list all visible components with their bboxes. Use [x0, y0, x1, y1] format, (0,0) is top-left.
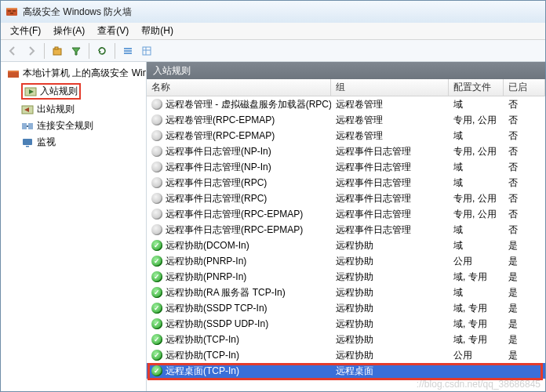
- rule-status-icon: [151, 177, 162, 188]
- rule-profile: 域: [449, 129, 504, 143]
- rule-profile: 专用, 公用: [449, 114, 504, 127]
- rule-name: 远程事件日志管理(NP-In): [166, 145, 271, 158]
- rule-profile: 域, 专用: [449, 318, 504, 331]
- details-view-button[interactable]: [138, 42, 155, 60]
- col-enabled[interactable]: 已启: [504, 79, 545, 96]
- rule-group: 远程协助: [331, 333, 449, 347]
- toolbar-separator: [115, 43, 115, 59]
- window-title: 高级安全 Windows 防火墙: [23, 5, 132, 19]
- table-row[interactable]: 远程协助(SSDP TCP-In)远程协助域, 专用是: [147, 300, 545, 316]
- rule-name: 远程协助(SSDP UDP-In): [166, 318, 268, 331]
- rule-enabled: 是: [504, 333, 545, 347]
- table-row[interactable]: 远程事件日志管理(RPC)远程事件日志管理专用, 公用否: [147, 191, 545, 206]
- table-row[interactable]: 远程事件日志管理(RPC-EPMAP)远程事件日志管理域否: [147, 222, 545, 238]
- rule-enabled: 否: [504, 161, 545, 174]
- col-name[interactable]: 名称: [147, 79, 331, 96]
- table-row[interactable]: 远程协助(TCP-In)远程协助公用是: [147, 347, 545, 363]
- svg-rect-24: [23, 139, 32, 145]
- rule-status-icon: [151, 350, 162, 361]
- rule-group: 远程协助: [331, 349, 449, 362]
- menu-view[interactable]: 查看(V): [91, 23, 135, 39]
- titlebar[interactable]: 高级安全 Windows 防火墙: [1, 1, 545, 23]
- tree-inbound-rules[interactable]: 入站规则: [1, 82, 146, 101]
- new-rule-button[interactable]: [49, 42, 66, 60]
- table-row[interactable]: 远程事件日志管理(RPC)远程事件日志管理域否: [147, 175, 545, 191]
- rule-profile: 域: [449, 98, 504, 111]
- table-row[interactable]: 远程协助(PNRP-In)远程协助域, 专用是: [147, 269, 545, 285]
- col-profile[interactable]: 配置文件: [449, 79, 504, 96]
- filter-button[interactable]: [67, 42, 85, 60]
- rule-profile: 专用, 公用: [449, 145, 504, 158]
- watermark: ://blog.csdn.net/qq_38686845: [417, 379, 541, 390]
- rule-group: 远程卷管理: [331, 98, 449, 111]
- menu-file[interactable]: 文件(F): [4, 23, 47, 39]
- tree-outbound-rules[interactable]: 出站规则: [1, 101, 146, 118]
- rule-name: 远程事件日志管理(NP-In): [166, 161, 271, 174]
- table-row[interactable]: 远程事件日志管理(NP-In)远程事件日志管理专用, 公用否: [147, 143, 545, 159]
- table-row[interactable]: 远程协助(SSDP UDP-In)远程协助域, 专用是: [147, 316, 545, 332]
- col-group[interactable]: 组: [331, 79, 449, 96]
- table-row[interactable]: 远程事件日志管理(NP-In)远程事件日志管理域否: [147, 159, 545, 175]
- rule-group: 远程事件日志管理: [331, 192, 449, 205]
- tree-root[interactable]: 本地计算机 上的高级安全 Win: [1, 65, 146, 82]
- rule-status-icon: [151, 318, 162, 329]
- toolbar-separator: [44, 43, 45, 59]
- inbound-icon: [24, 85, 37, 98]
- rule-status-icon: [151, 114, 162, 125]
- rule-status-icon: [151, 193, 162, 204]
- table-row[interactable]: 远程卷管理(RPC-EPMAP)远程卷管理域否: [147, 128, 545, 143]
- tree-monitor[interactable]: 监视: [1, 134, 146, 151]
- menu-action[interactable]: 操作(A): [47, 23, 91, 39]
- table-row[interactable]: 远程桌面(TCP-In)远程桌面: [147, 363, 545, 379]
- rule-enabled: 是: [504, 302, 545, 315]
- rule-enabled: 是: [504, 286, 545, 299]
- svg-rect-1: [6, 8, 17, 9]
- rules-panel: 入站规则 名称 组 配置文件 已启 远程卷管理 - 虚拟磁盘服务加载器(RPC)…: [147, 62, 545, 391]
- rule-status-icon: [151, 303, 162, 314]
- toolbar-separator: [89, 43, 89, 59]
- list-view-button[interactable]: [119, 42, 136, 60]
- rule-name: 远程桌面(TCP-In): [166, 365, 239, 378]
- svg-rect-10: [124, 50, 132, 52]
- refresh-button[interactable]: [93, 42, 111, 60]
- rule-group: 远程协助: [331, 302, 449, 315]
- svg-rect-22: [28, 123, 33, 129]
- rule-status-icon: [151, 209, 162, 220]
- rule-status-icon: [151, 162, 162, 172]
- rule-profile: 域: [449, 176, 504, 190]
- table-row[interactable]: 远程协助(DCOM-In)远程协助域是: [147, 238, 545, 253]
- forward-button: [23, 42, 40, 60]
- rule-group: 远程事件日志管理: [331, 145, 449, 158]
- table-row[interactable]: 远程协助(RA 服务器 TCP-In)远程协助域是: [147, 285, 545, 300]
- rule-enabled: 是: [504, 255, 545, 268]
- menu-help[interactable]: 帮助(H): [135, 23, 180, 39]
- svg-rect-12: [143, 47, 151, 55]
- table-row[interactable]: 远程卷管理 - 虚拟磁盘服务加载器(RPC)远程卷管理域否: [147, 96, 545, 112]
- table-row[interactable]: 远程协助(PNRP-In)远程协助公用是: [147, 253, 545, 269]
- outbound-icon: [21, 103, 34, 116]
- scope-tree[interactable]: 本地计算机 上的高级安全 Win 入站规则 出站规则 连接安全规则 监视: [1, 62, 147, 391]
- rule-profile: 域, 专用: [449, 302, 504, 315]
- svg-rect-21: [22, 123, 27, 129]
- svg-rect-3: [13, 10, 16, 12]
- rule-status-icon: [151, 287, 162, 298]
- table-row[interactable]: 远程事件日志管理(RPC-EPMAP)远程事件日志管理专用, 公用否: [147, 206, 545, 222]
- rule-status-icon: [151, 271, 162, 282]
- rules-grid: 名称 组 配置文件 已启 远程卷管理 - 虚拟磁盘服务加载器(RPC)远程卷管理…: [147, 79, 545, 391]
- table-row[interactable]: 远程卷管理(RPC-EPMAP)远程卷管理专用, 公用否: [147, 112, 545, 128]
- menubar: 文件(F) 操作(A) 查看(V) 帮助(H): [1, 23, 545, 40]
- rules-rows: 远程卷管理 - 虚拟磁盘服务加载器(RPC)远程卷管理域否远程卷管理(RPC-E…: [147, 96, 545, 379]
- tree-connection-security[interactable]: 连接安全规则: [1, 118, 146, 134]
- svg-rect-16: [8, 71, 19, 72]
- rule-enabled: 否: [504, 192, 545, 205]
- rule-group: 远程协助: [331, 239, 449, 252]
- table-row[interactable]: 远程协助(TCP-In)远程协助域, 专用是: [147, 332, 545, 347]
- rule-name: 远程事件日志管理(RPC-EPMAP): [166, 208, 303, 221]
- rule-group: 远程事件日志管理: [331, 223, 449, 237]
- rule-group: 远程协助: [331, 286, 449, 299]
- rule-group: 远程事件日志管理: [331, 208, 449, 221]
- tree-root-label: 本地计算机 上的高级安全 Win: [23, 67, 147, 80]
- rule-enabled: 否: [504, 223, 545, 237]
- rule-group: 远程卷管理: [331, 129, 449, 143]
- toolbar: [1, 40, 545, 62]
